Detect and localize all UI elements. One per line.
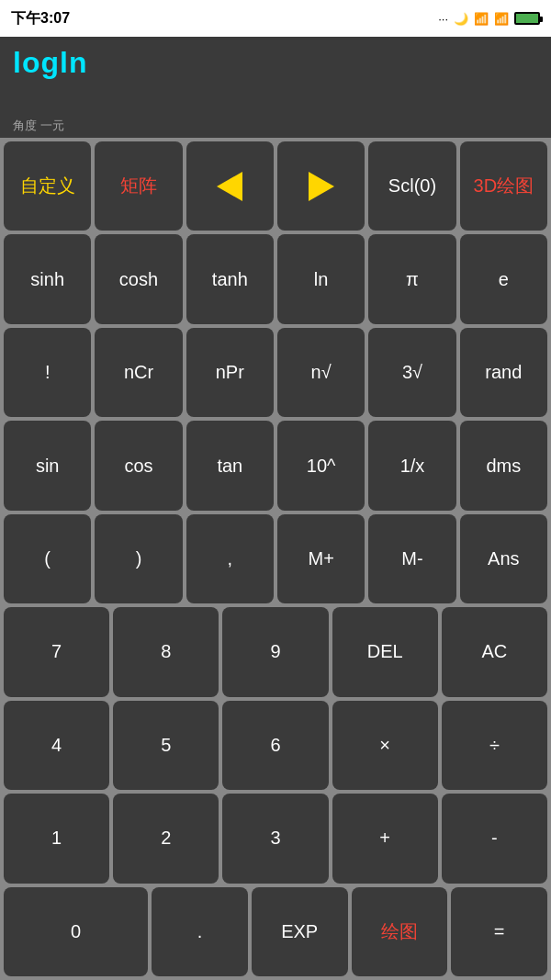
4-btn[interactable]: 4 (4, 701, 109, 790)
mplus-btn[interactable]: M+ (277, 514, 365, 603)
triangle-right-icon (309, 172, 334, 201)
tan-btn[interactable]: tan (186, 421, 274, 510)
key-row-4: (),M+M-Ans (4, 514, 547, 603)
battery-icon (514, 12, 540, 25)
key-row-3: sincostan10^1/xdms (4, 421, 547, 510)
ans-btn[interactable]: Ans (460, 514, 547, 603)
2-btn[interactable]: 2 (113, 794, 219, 883)
3root-btn[interactable]: 3√ (368, 328, 455, 417)
moon-icon: 🌙 (454, 12, 468, 26)
sin-btn[interactable]: sin (4, 421, 91, 510)
reciprocal-btn[interactable]: 1/x (368, 421, 455, 510)
cos-btn[interactable]: cos (95, 421, 182, 510)
npr-btn[interactable]: nPr (186, 328, 274, 417)
mminus-btn[interactable]: M- (368, 514, 455, 603)
status-icons: ··· 🌙 📶 📶 (438, 12, 540, 26)
sub-btn[interactable]: - (442, 794, 547, 883)
status-bar: 下午3:07 ··· 🌙 📶 📶 (0, 0, 551, 37)
ac-btn[interactable]: AC (442, 607, 547, 696)
3d-plot-btn[interactable]: 3D绘图 (460, 141, 547, 231)
custom-btn[interactable]: 自定义 (4, 141, 91, 231)
key-row-5: 789DELAC (4, 607, 547, 696)
plot-btn[interactable]: 绘图 (352, 887, 448, 976)
prev-btn[interactable] (186, 141, 274, 231)
equals-btn[interactable]: = (451, 887, 547, 976)
ln-btn[interactable]: ln (277, 234, 365, 323)
factorial-btn[interactable]: ! (4, 328, 91, 417)
rparen-btn[interactable]: ) (95, 514, 182, 603)
next-btn[interactable] (277, 141, 365, 231)
9-btn[interactable]: 9 (222, 607, 328, 696)
6-btn[interactable]: 6 (222, 701, 328, 790)
cosh-btn[interactable]: cosh (95, 234, 182, 323)
key-row-1: sinhcoshtanhlnπe (4, 234, 547, 323)
key-row-7: 123+- (4, 794, 547, 883)
lparen-btn[interactable]: ( (4, 514, 91, 603)
e-btn[interactable]: e (460, 234, 547, 323)
dms-btn[interactable]: dms (460, 421, 547, 510)
nroot-btn[interactable]: n√ (277, 328, 365, 417)
dot-btn[interactable]: . (152, 887, 248, 976)
8-btn[interactable]: 8 (113, 607, 219, 696)
matrix-btn[interactable]: 矩阵 (95, 141, 182, 231)
10pow-btn[interactable]: 10^ (277, 421, 365, 510)
mul-btn[interactable]: × (332, 701, 438, 790)
tanh-btn[interactable]: tanh (186, 234, 274, 323)
key-row-2: !nCrnPrn√3√rand (4, 328, 547, 417)
scl-btn[interactable]: Scl(0) (368, 141, 455, 231)
wifi-icon: 📶 (474, 12, 489, 26)
ellipsis-icon: ··· (438, 12, 448, 26)
div-btn[interactable]: ÷ (442, 701, 547, 790)
ncr-btn[interactable]: nCr (95, 328, 182, 417)
triangle-left-icon (217, 172, 242, 201)
rand-btn[interactable]: rand (460, 328, 547, 417)
key-row-6: 456×÷ (4, 701, 547, 790)
display-mode: 角度 一元 (13, 118, 538, 134)
del-btn[interactable]: DEL (332, 607, 438, 696)
7-btn[interactable]: 7 (4, 607, 109, 696)
add-btn[interactable]: + (332, 794, 438, 883)
key-row-0: 自定义矩阵Scl(0)3D绘图 (4, 141, 547, 231)
5-btn[interactable]: 5 (113, 701, 219, 790)
signal-icon: 📶 (494, 12, 509, 26)
status-time: 下午3:07 (11, 9, 70, 28)
1-btn[interactable]: 1 (4, 794, 109, 883)
display-expression: logln (13, 46, 538, 80)
0-btn[interactable]: 0 (4, 887, 148, 976)
pi-btn[interactable]: π (368, 234, 455, 323)
comma-btn[interactable]: , (186, 514, 274, 603)
3-btn[interactable]: 3 (222, 794, 328, 883)
key-row-8: 0.EXP绘图= (4, 887, 547, 976)
sinh-btn[interactable]: sinh (4, 234, 91, 323)
exp-btn[interactable]: EXP (252, 887, 348, 976)
display-area: logln 角度 一元 (0, 37, 551, 138)
keyboard: 自定义矩阵Scl(0)3D绘图sinhcoshtanhlnπe!nCrnPrn√… (0, 138, 551, 980)
